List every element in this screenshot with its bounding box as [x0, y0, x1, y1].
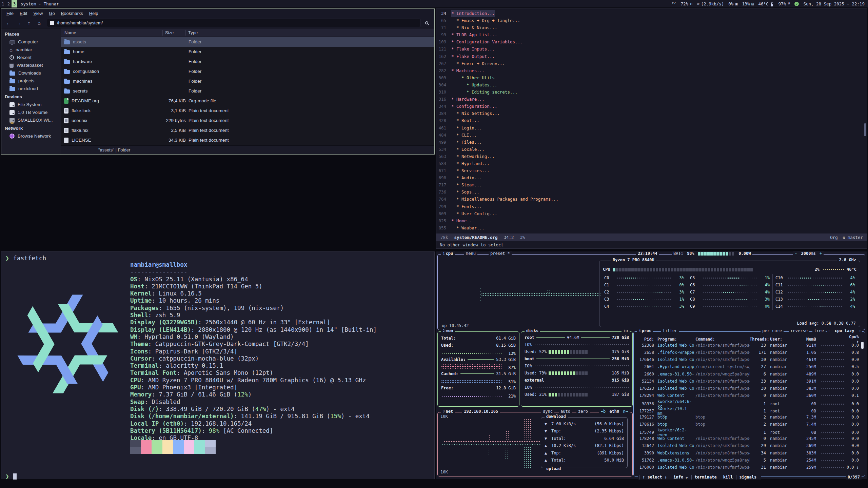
link-module[interactable]: ∞(2.9kb/s) — [697, 1, 724, 6]
proc-program: Isolated Web Co — [654, 386, 695, 391]
sidebar-item-nextcloud[interactable]: nextcloud — [1, 85, 61, 93]
org-heading: * Machines... — [451, 67, 485, 74]
sidebar-item-smallbox-wi-[interactable]: SMALLBOX Wi... — [1, 116, 61, 124]
check-module[interactable]: ✓ — [794, 2, 799, 6]
interval-decrease[interactable]: - — [795, 251, 797, 256]
sidebar-item-downloads[interactable]: Downloads — [1, 69, 61, 77]
column-type[interactable]: Type — [186, 30, 434, 35]
menu-go[interactable]: Go — [46, 9, 58, 17]
proc-row-pid-176223[interactable]: 176223Isolated Web Co/nix/store/sm8fmrf3… — [634, 385, 865, 392]
proc-row-pid-52368[interactable]: 52368Isolated Web Co/nix/store/sm8fmrf3w… — [634, 342, 865, 349]
meter-block — [698, 268, 701, 271]
proc-row-pid-177257[interactable]: 177257kworker/10:1-mm_1root0B0.0 — [634, 406, 865, 413]
proc-row-pid-176000[interactable]: 176000Isolated Web Co/nix/store/sm8fmrf3… — [634, 464, 865, 471]
path-input[interactable]: /home/nambiar/system/ — [47, 19, 420, 27]
workspace-3[interactable]: 3 — [12, 0, 17, 7]
proc-row-pid-51762[interactable]: 51762.emacs-31.0.50-/nix/store/wnqz5pa8r… — [634, 456, 865, 464]
back-button[interactable]: ← — [4, 19, 13, 27]
sleep-module[interactable]: zZ — [672, 2, 676, 5]
sidebar-item-file-system[interactable]: File System — [1, 101, 61, 108]
proc-row-pid-179127[interactable]: 179127btopbtop2nambiar7.3M0.0 — [634, 413, 865, 421]
tree-toggle[interactable]: tree — [812, 328, 826, 333]
file-row-hardware[interactable]: hardwareFolder — [61, 57, 434, 66]
interval-increase[interactable]: + — [820, 251, 822, 256]
proc-row-pid-178294[interactable]: 178294Web Content/nix/store/sm8fmrf3wps4… — [634, 392, 865, 399]
menu-view[interactable]: View — [30, 9, 46, 17]
org-heading: * Steam... — [451, 181, 482, 188]
workspace-2[interactable]: 2 — [6, 0, 12, 7]
sidebar-item-computer[interactable]: Computer — [1, 38, 61, 46]
menu-button[interactable]: menu — [464, 251, 477, 256]
memory-module[interactable]: 13%▤ — [742, 1, 754, 6]
forward-button[interactable]: → — [14, 19, 23, 27]
proc-key-kill[interactable]: kill — [720, 475, 736, 480]
proc-scrollbar-thumb[interactable] — [861, 342, 864, 349]
proc-key-terminate[interactable]: terminate — [691, 475, 720, 480]
preset-button[interactable]: preset * — [489, 251, 512, 256]
proc-scrollbar[interactable] — [861, 342, 864, 468]
sidebar-item-wastebasket[interactable]: Wastebasket — [1, 61, 61, 69]
proc-row-pid-2658[interactable]: 2658.firefox-wrappe/nix/store/sm8fmrf3wp… — [634, 349, 865, 356]
emacs-scrollbar[interactable] — [864, 123, 866, 136]
reverse-toggle[interactable]: reverse — [789, 328, 809, 333]
file-row-assets[interactable]: assetsFolder — [61, 37, 434, 47]
core-percent: 4% — [844, 290, 855, 294]
filter-button[interactable]: filter — [661, 328, 679, 333]
proc-row-pid-178248[interactable]: 178248Web Content/nix/store/sm8fmrf3wps4… — [634, 435, 865, 442]
column-size[interactable]: Size — [163, 30, 186, 36]
proc-row-pid-52134[interactable]: 52134Isolated Web Co/nix/store/sm8fmrf3w… — [634, 378, 865, 385]
sort-selector[interactable]: ← cpu lazy → — [827, 328, 862, 333]
meter-block — [564, 371, 566, 375]
shell-prompt[interactable]: ❯ — [5, 473, 17, 480]
cpu-module[interactable]: 0%▣ — [728, 1, 737, 6]
proc-row-pid-2601[interactable]: 2601.Hyprland-wrapp/run/current-system/s… — [634, 363, 865, 370]
file-row-secrets[interactable]: secretsFolder — [61, 86, 434, 96]
sidebar-item-browse-network[interactable]: Browse Network — [1, 132, 61, 140]
core-name: C4 — [604, 304, 614, 309]
menu-bookmarks[interactable]: Bookmarks — [58, 9, 86, 17]
proc-key-info-[interactable]: info ↵ — [670, 475, 691, 480]
net-zero-toggle[interactable]: zero — [576, 409, 590, 414]
proc-row-pid-178616[interactable]: 178616btopbtop2nambiar7.4M0.0 — [634, 421, 865, 428]
proc-row-pid-38936[interactable]: 38936kworker/u64:6-kc1root0B0.0 — [634, 399, 865, 406]
meter-block — [613, 268, 615, 271]
file-row-license[interactable]: LICENSE34,3 KiBPlain text document — [61, 135, 434, 145]
menu-help[interactable]: Help — [86, 9, 101, 17]
file-row-flake-lock[interactable]: flake.lock3,1 KiBPlain text document — [61, 106, 434, 116]
io-mode-toggle[interactable]: io — [622, 328, 630, 333]
file-row-readme-org[interactable]: README.org76,4 KiBOrg-mode file — [61, 96, 434, 106]
up-button[interactable]: ↑ — [24, 19, 34, 27]
proc-row-pid-2660[interactable]: 2660.emacs-31.0.50-/nix/store/wnqz5pa8ra… — [634, 370, 865, 378]
file-row-user-nix[interactable]: user.nix229 bytesPlain text document — [61, 116, 434, 125]
net-sync-toggle[interactable]: sync — [541, 409, 554, 414]
menu-edit[interactable]: Edit — [17, 9, 30, 17]
proc-key--select-[interactable]: ↑ select ↓ — [639, 475, 670, 480]
home-button[interactable]: ⌂ — [35, 19, 44, 27]
thermometer-module[interactable]: 46°C — [758, 1, 774, 6]
proc-row-pid-13642[interactable]: 13642Isolated Web Co/nix/store/sm8fmrf3w… — [634, 442, 865, 449]
plug-module[interactable]: 97%Ψ — [778, 1, 790, 6]
proc-row-pid-176646[interactable]: 176646Isolated Web Co/nix/store/sm8fmrf3… — [634, 356, 865, 363]
file-row-configuration[interactable]: configurationFolder — [61, 66, 434, 76]
sidebar-item-label: Computer — [18, 39, 38, 44]
sidebar-item-nambiar[interactable]: ⌂nambiar — [1, 46, 61, 54]
per-core-toggle[interactable]: per-core — [761, 328, 784, 333]
menu-file[interactable]: File — [3, 9, 17, 17]
workspace-1[interactable]: 1 — [0, 0, 6, 7]
disk-used-row: Used: 73%185 MiB — [525, 369, 629, 377]
proc-key-signals[interactable]: signals — [736, 475, 760, 480]
file-row-home[interactable]: homeFolder — [61, 47, 434, 57]
net-interface-switcher[interactable]: ←b eth0 n→ — [599, 409, 630, 414]
sidebar-item-projects[interactable]: projects — [1, 77, 61, 85]
proc-row-pid-3390[interactable]: 3390WebExtensions/nix/store/sm8fmrf3wps4… — [634, 449, 865, 456]
proc-row-pid-175749[interactable]: 175749kworker/6:2-even1root0B0.0 — [634, 428, 865, 435]
column-name[interactable]: Name — [61, 30, 163, 36]
file-row-machines[interactable]: machinesFolder — [61, 76, 434, 86]
net-auto-toggle[interactable]: auto — [559, 409, 572, 414]
file-row-flake-nix[interactable]: flake.nix2,5 KiBPlain text document — [61, 125, 434, 135]
sidebar-item-1-0-tb-volume[interactable]: 1,0 TB Volume — [1, 108, 61, 116]
search-button[interactable] — [421, 19, 432, 27]
headphones-module[interactable]: 72%∩ — [681, 1, 693, 6]
clock-module[interactable]: Sun, 28 Sep 2025 - 22:19 — [803, 1, 865, 6]
sidebar-item-recent[interactable]: Recent — [1, 54, 61, 61]
